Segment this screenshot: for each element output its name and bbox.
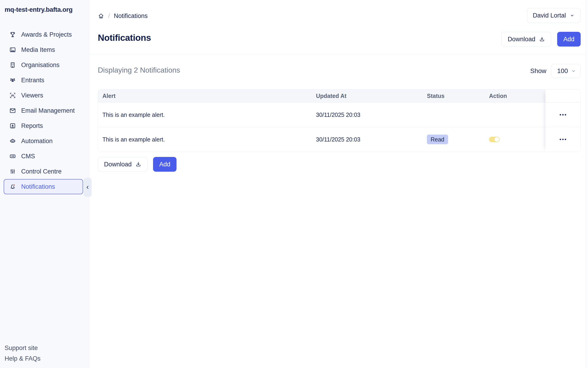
add-button[interactable]: Add <box>557 32 581 46</box>
robot-icon <box>9 138 16 145</box>
sidebar-item-media-items[interactable]: Media Items <box>4 42 83 57</box>
main-content: / Notifications David Lortal Notificatio… <box>89 0 588 368</box>
report-download-icon <box>9 122 16 129</box>
column-header-updated-at: Updated At <box>316 89 346 102</box>
chevron-left-icon <box>85 184 90 190</box>
sidebar-nav: Awards & Projects Media Items Organisati… <box>4 27 83 194</box>
sidebar-item-label: CMS <box>21 153 35 160</box>
sidebar-item-label: Notifications <box>21 183 55 190</box>
column-header-action: Action <box>489 89 507 102</box>
page-size-select[interactable]: 100 <box>551 64 580 78</box>
table-row: This is an example alert. 30/11/2025 20:… <box>98 102 580 127</box>
header-divider <box>89 55 588 55</box>
user-menu-button[interactable]: David Lortal <box>527 8 580 23</box>
page-size-control: Show 100 <box>530 64 580 78</box>
show-label: Show <box>530 67 546 75</box>
sidebar-item-label: Email Management <box>21 107 75 114</box>
scrollbar-track[interactable] <box>586 0 588 368</box>
sidebar-item-viewers[interactable]: Viewers <box>4 88 83 103</box>
sidebar-item-label: Reports <box>21 122 43 129</box>
sliders-icon <box>9 168 16 175</box>
status-cell: Read <box>427 127 448 152</box>
add-button-label: Add <box>563 36 574 43</box>
bottom-actions: Download Add <box>98 157 176 172</box>
site-brand[interactable]: mq-test-entry.bafta.org <box>5 6 72 13</box>
people-icon <box>9 77 16 84</box>
breadcrumb-separator: / <box>108 12 110 19</box>
notifications-table: Alert Updated At Status Action This is a… <box>98 89 580 152</box>
bell-dot-icon <box>9 183 16 190</box>
page-actions: Download Add <box>501 32 581 46</box>
sidebar-item-automation[interactable]: Automation <box>4 133 83 149</box>
trophy-icon <box>9 31 16 38</box>
sidebar-item-label: Automation <box>21 138 53 145</box>
envelope-icon <box>9 107 16 114</box>
sidebar-item-cms[interactable]: AB CMS <box>4 149 83 164</box>
sidebar-item-notifications[interactable]: Notifications <box>4 179 83 194</box>
sidebar-item-label: Media Items <box>21 46 55 54</box>
sidebar-item-organisations[interactable]: Organisations <box>4 57 83 73</box>
action-toggle[interactable] <box>489 137 500 142</box>
sidebar: mq-test-entry.bafta.org Awards & Project… <box>0 0 89 368</box>
alert-cell: This is an example alert. <box>102 102 165 127</box>
sidebar-item-label: Awards & Projects <box>21 31 72 38</box>
sidebar-item-email-management[interactable]: Email Management <box>4 103 83 118</box>
svg-text:AB: AB <box>11 155 14 157</box>
sidebar-item-label: Control Centre <box>21 168 62 175</box>
sidebar-footer: Support site Help & FAQs <box>5 343 41 364</box>
sidebar-item-label: Organisations <box>21 62 60 69</box>
page-size-value: 100 <box>557 67 568 75</box>
home-icon[interactable] <box>98 13 104 19</box>
sidebar-item-label: Entrants <box>21 77 44 84</box>
status-badge: Read <box>427 135 448 144</box>
sidebar-collapse-button[interactable] <box>84 178 92 197</box>
updated-at-cell: 30/11/2025 20:03 <box>316 102 360 127</box>
row-actions-column <box>545 89 580 152</box>
sidebar-item-control-centre[interactable]: Control Centre <box>4 164 83 179</box>
download-button-label: Download <box>508 36 535 43</box>
help-faqs-link[interactable]: Help & FAQs <box>5 353 41 364</box>
download-button-label: Download <box>104 161 132 168</box>
row-menu-button[interactable] <box>545 102 580 127</box>
media-icon <box>9 46 16 53</box>
breadcrumb: / Notifications <box>98 12 148 20</box>
sidebar-item-label: Viewers <box>21 92 43 99</box>
column-header-alert: Alert <box>102 89 115 102</box>
alert-cell: This is an example alert. <box>102 127 165 152</box>
row-menu-button[interactable] <box>545 127 580 152</box>
breadcrumb-current[interactable]: Notifications <box>114 12 148 19</box>
support-site-link[interactable]: Support site <box>5 343 41 353</box>
building-icon <box>9 62 16 68</box>
download-button[interactable]: Download <box>501 32 551 46</box>
sidebar-item-entrants[interactable]: Entrants <box>4 73 83 88</box>
toggle-knob <box>495 137 499 142</box>
table-row: This is an example alert. 30/11/2025 20:… <box>98 127 580 152</box>
add-button-label: Add <box>159 161 170 168</box>
table-header: Alert Updated At Status Action <box>98 89 580 102</box>
download-icon <box>539 36 545 42</box>
results-summary: Displaying 2 Notifications <box>98 66 180 74</box>
page-title: Notifications <box>98 33 151 43</box>
column-header-status: Status <box>427 89 444 102</box>
add-button-bottom[interactable]: Add <box>153 157 176 172</box>
sidebar-item-reports[interactable]: Reports <box>4 118 83 133</box>
viewers-scan-icon <box>9 92 16 99</box>
updated-at-cell: 30/11/2025 20:03 <box>316 127 360 152</box>
action-cell <box>489 127 500 152</box>
user-name: David Lortal <box>533 12 566 19</box>
chevron-down-icon <box>570 13 575 18</box>
sidebar-item-awards-projects[interactable]: Awards & Projects <box>4 27 83 42</box>
ab-badge-icon: AB <box>9 153 16 160</box>
chevron-down-icon <box>571 68 576 74</box>
download-button-bottom[interactable]: Download <box>98 157 148 172</box>
download-icon <box>135 161 141 167</box>
